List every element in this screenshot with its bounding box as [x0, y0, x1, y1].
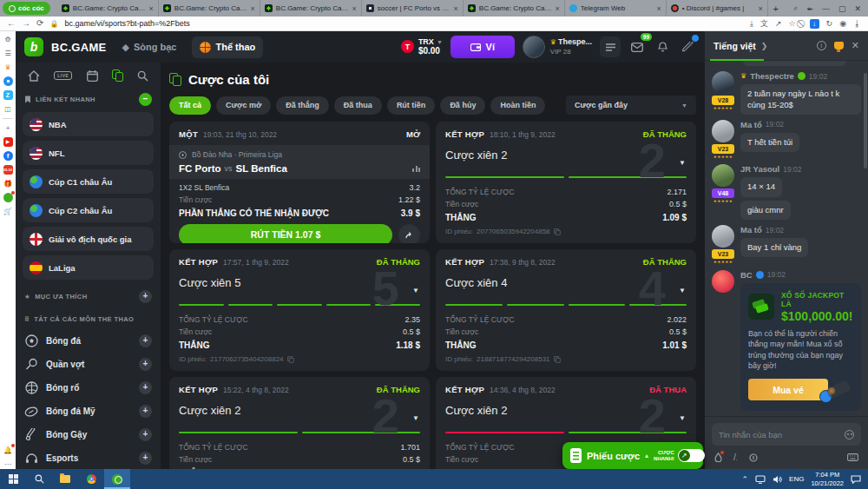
sidebar-item-american-football[interactable]: Bóng đá Mỹ +: [16, 400, 161, 423]
notification-bell-icon[interactable]: 🔔: [3, 446, 13, 455]
downloads-extension-icon[interactable]: ↓: [810, 19, 819, 29]
expand-chevron-icon[interactable]: ▼: [412, 414, 419, 422]
filter-cashout[interactable]: Rút tiền: [387, 96, 436, 115]
quick-bet-toggle[interactable]: ↗: [678, 449, 705, 462]
chat-username[interactable]: JR Yasoul: [740, 164, 779, 174]
copy-icon[interactable]: [554, 356, 561, 363]
schedule-icon[interactable]: [87, 70, 98, 82]
chat-language-tab[interactable]: Tiếng việt: [713, 41, 756, 51]
window-close-button[interactable]: ✕: [854, 4, 861, 13]
avatar[interactable]: [712, 225, 734, 248]
avatar[interactable]: [712, 164, 734, 187]
filter-open[interactable]: Cược mở: [216, 96, 271, 115]
address-bar[interactable]: bc.game/vi/sports?bt-path=%2Fbets: [64, 19, 189, 28]
chat-username[interactable]: Ma tổ: [740, 120, 762, 129]
translate-icon[interactable]: 文: [760, 18, 768, 30]
chat-widget-icon[interactable]: [3, 193, 13, 202]
sort-dropdown[interactable]: Cược gần đây▼: [566, 96, 696, 115]
combo-title-row[interactable]: Cược xiên 5 5 ▼: [179, 274, 420, 302]
sidebar-item-cup-c1[interactable]: Cúp C1 châu Âu: [23, 169, 154, 194]
expand-sport-button[interactable]: +: [139, 381, 152, 394]
currency-selector[interactable]: T TRX▼ $0.00: [401, 38, 443, 56]
browser-tab[interactable]: BC.Game: Crypto Casino×: [260, 0, 362, 17]
filter-won[interactable]: Đã thắng: [276, 96, 329, 115]
download-page-icon[interactable]: ⤓: [750, 19, 753, 29]
mail-icon[interactable]: 99: [628, 36, 646, 57]
browser-tab[interactable]: BC.Game: Crypto Casino×: [57, 0, 159, 17]
combo-title-row[interactable]: Cược xiên 2 2 ▼: [179, 402, 420, 430]
browser-tab-active[interactable]: BC.Game: Crypto Casino×: [464, 0, 565, 17]
chat-username[interactable]: Ma tổ: [740, 225, 762, 235]
settings-gear-icon[interactable]: ⚙: [3, 35, 13, 44]
gift-icon[interactable]: 🎁: [3, 179, 13, 188]
reload-icon[interactable]: ⟳: [36, 19, 43, 28]
file-explorer-icon[interactable]: [52, 469, 78, 489]
language-indicator[interactable]: ENG: [789, 475, 804, 483]
tab-close-icon[interactable]: ×: [352, 4, 357, 13]
copy-icon[interactable]: [287, 356, 294, 363]
action-center-icon[interactable]: [851, 475, 861, 484]
youtube-icon[interactable]: ▶: [3, 137, 13, 147]
profile-icon[interactable]: ◉: [839, 19, 846, 28]
chrome-icon[interactable]: [78, 469, 104, 489]
shopping-cart-icon[interactable]: 🛒: [3, 207, 13, 216]
wallet-button[interactable]: Ví: [450, 36, 515, 58]
chat-scrollbar[interactable]: [864, 73, 867, 169]
avatar[interactable]: [712, 71, 734, 94]
expand-chevron-icon[interactable]: ▼: [679, 287, 686, 294]
clock[interactable]: 7:04 PM10/21/2022: [811, 471, 844, 487]
sync-icon[interactable]: ↻: [826, 19, 833, 28]
tab-close-icon[interactable]: ×: [556, 4, 560, 13]
bc-bot-avatar[interactable]: [712, 270, 734, 293]
rail-more-icon[interactable]: ⋯: [3, 459, 13, 469]
live-icon[interactable]: LIVE: [54, 71, 72, 80]
sidebar-item-esports[interactable]: Esports +: [16, 446, 161, 469]
window-minimize-button[interactable]: —: [822, 4, 830, 13]
coccoc-taskbar-icon[interactable]: [104, 469, 130, 489]
bookmark-star-icon[interactable]: ☆: [789, 19, 796, 28]
sidebar-item-nfl[interactable]: NFL: [23, 141, 154, 165]
add-favorite-button[interactable]: +: [139, 290, 152, 303]
tab-close-icon[interactable]: ×: [454, 4, 458, 13]
user-profile[interactable]: ♛Thespe... VIP 28: [523, 36, 592, 58]
tab-close-icon[interactable]: ×: [251, 4, 255, 13]
filter-lost[interactable]: Đã thua: [334, 96, 382, 115]
reading-list-icon[interactable]: ☰: [3, 49, 13, 58]
chat-rules-icon[interactable]: i: [817, 41, 826, 50]
bcgame-logo-icon[interactable]: b: [24, 37, 43, 56]
match-info[interactable]: Bồ Đào Nha · Primeira Liga FC Porto vs S…: [169, 145, 430, 179]
close-chat-icon[interactable]: ✕: [852, 40, 859, 51]
sidebar-item-soccer[interactable]: Bóng đá +: [16, 329, 161, 353]
trophy-icon[interactable]: [834, 42, 844, 50]
chevron-right-icon[interactable]: ❯: [761, 42, 768, 50]
browser-tab[interactable]: Telegram Web×: [565, 0, 667, 17]
filter-refund[interactable]: Hoàn tiền: [490, 96, 545, 115]
expand-chevron-icon[interactable]: ▼: [679, 414, 686, 422]
expand-sport-button[interactable]: +: [139, 452, 152, 465]
avatar[interactable]: [712, 120, 734, 142]
filter-all[interactable]: Tất cả: [169, 96, 211, 115]
tab-search-icon[interactable]: ⌕: [793, 3, 798, 13]
bcgame-logo-text[interactable]: BC.GAME: [51, 41, 107, 54]
sale-event-icon[interactable]: 25.10: [3, 165, 13, 175]
coccoc-menu-button[interactable]: cốc cốc: [3, 2, 50, 15]
facebook-icon[interactable]: f: [3, 151, 13, 161]
my-bets-icon[interactable]: [112, 69, 123, 82]
filter-cancelled[interactable]: Đã hủy: [440, 96, 485, 115]
tab-close-icon[interactable]: ×: [149, 4, 154, 13]
coin-drop-icon[interactable]: [749, 453, 758, 462]
combo-title-row[interactable]: Cược xiên 2 2 ▼: [445, 402, 687, 430]
betslip-button[interactable]: Phiếu cược ▴ CƯỢCNHANH! ↗: [562, 442, 703, 469]
chat-username[interactable]: BC: [740, 270, 753, 280]
home-icon[interactable]: [28, 70, 40, 82]
expand-sport-button[interactable]: +: [139, 405, 152, 418]
sidebar-item-national-league[interactable]: Giải vô địch quốc gia: [23, 227, 154, 251]
sidebar-item-laliga[interactable]: LaLiga: [23, 255, 154, 280]
show-hidden-icons[interactable]: ⌃: [742, 475, 749, 484]
buy-ticket-button[interactable]: Mua vé: [748, 379, 828, 400]
window-maximize-button[interactable]: ▢: [838, 4, 846, 13]
messenger-icon[interactable]: [3, 76, 13, 86]
tab-close-icon[interactable]: ×: [657, 4, 661, 13]
chat-username[interactable]: Thespectre: [750, 71, 794, 81]
tab-back-icon[interactable]: ↞: [806, 4, 813, 13]
